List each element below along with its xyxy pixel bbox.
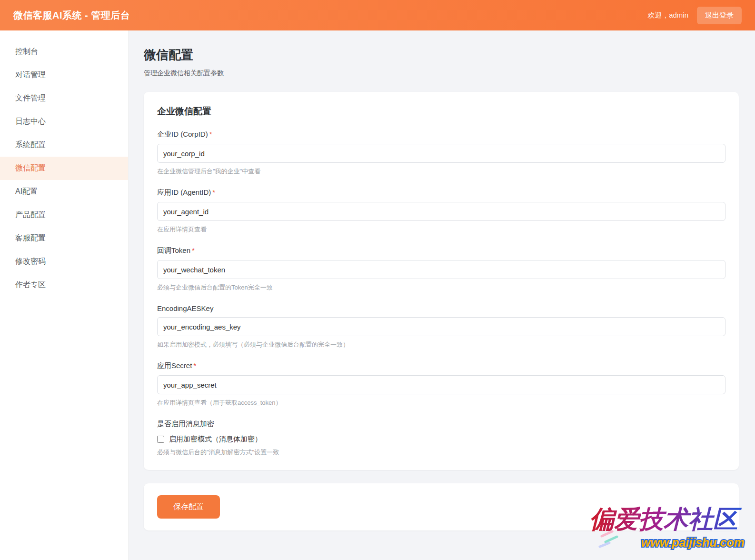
sidebar-item-dashboard[interactable]: 控制台: [0, 40, 128, 63]
save-config-button[interactable]: 保存配置: [157, 495, 220, 519]
encryption-hint: 必须与微信后台的"消息加解密方式"设置一致: [157, 448, 725, 457]
field-app-secret: 应用Secret* 在应用详情页查看（用于获取access_token）: [157, 361, 725, 407]
field-agent-id: 应用ID (AgentID)* 在应用详情页查看: [157, 188, 725, 234]
encryption-group: 是否启用消息加密 启用加密模式（消息体加密） 必须与微信后台的"消息加解密方式"…: [157, 420, 725, 457]
page-subtitle: 管理企业微信相关配置参数: [144, 69, 739, 78]
sidebar-item-files[interactable]: 文件管理: [0, 87, 128, 110]
corp-id-label-text: 企业ID (CorpID): [157, 130, 208, 138]
sidebar-item-product-config[interactable]: 产品配置: [0, 203, 128, 227]
callback-token-hint: 必须与企业微信后台配置的Token完全一致: [157, 283, 725, 292]
required-asterisk: *: [209, 130, 212, 138]
sidebar-item-system-config[interactable]: 系统配置: [0, 133, 128, 157]
required-asterisk: *: [192, 246, 195, 254]
sidebar-item-conversations[interactable]: 对话管理: [0, 63, 128, 87]
agent-id-label-text: 应用ID (AgentID): [157, 188, 211, 196]
encryption-checkbox-row: 启用加密模式（消息体加密）: [157, 435, 725, 444]
corp-id-label: 企业ID (CorpID)*: [157, 130, 725, 139]
app-secret-label-text: 应用Secret: [157, 361, 192, 370]
sidebar-item-service-config[interactable]: 客服配置: [0, 227, 128, 250]
encoding-aes-key-label: EncodingAESKey: [157, 304, 725, 312]
sidebar-item-wechat-config[interactable]: 微信配置: [0, 157, 128, 180]
encryption-group-label: 是否启用消息加密: [157, 420, 725, 429]
wechat-config-card: 企业微信配置 企业ID (CorpID)* 在企业微信管理后台"我的企业"中查看…: [144, 92, 739, 470]
encryption-checkbox[interactable]: [157, 436, 164, 443]
app-secret-label: 应用Secret*: [157, 361, 725, 370]
app-title: 微信客服AI系统 - 管理后台: [13, 9, 130, 22]
sidebar-item-author-zone[interactable]: 作者专区: [0, 273, 128, 297]
required-asterisk: *: [212, 188, 215, 196]
agent-id-hint: 在应用详情页查看: [157, 225, 725, 234]
agent-id-input[interactable]: [157, 202, 725, 221]
save-card: 保存配置: [144, 483, 739, 530]
sidebar-item-change-password[interactable]: 修改密码: [0, 250, 128, 273]
callback-token-input[interactable]: [157, 260, 725, 279]
main-content: 微信配置 管理企业微信相关配置参数 企业微信配置 企业ID (CorpID)* …: [129, 30, 755, 560]
field-encoding-aes-key: EncodingAESKey 如果启用加密模式，必须填写（必须与企业微信后台配置…: [157, 304, 725, 349]
sidebar: 控制台 对话管理 文件管理 日志中心 系统配置 微信配置 AI配置 产品配置 客…: [0, 30, 129, 560]
welcome-text: 欢迎，admin: [647, 11, 688, 20]
sidebar-item-ai-config[interactable]: AI配置: [0, 180, 128, 203]
corp-id-input[interactable]: [157, 144, 725, 163]
encoding-aes-key-input[interactable]: [157, 317, 725, 336]
page-title: 微信配置: [144, 47, 739, 63]
field-callback-token: 回调Token* 必须与企业微信后台配置的Token完全一致: [157, 246, 725, 292]
callback-token-label: 回调Token*: [157, 246, 725, 255]
card-title: 企业微信配置: [157, 105, 725, 118]
encryption-checkbox-label[interactable]: 启用加密模式（消息体加密）: [169, 435, 262, 444]
corp-id-hint: 在企业微信管理后台"我的企业"中查看: [157, 167, 725, 176]
header-bar: 微信客服AI系统 - 管理后台 欢迎，admin 退出登录: [0, 0, 755, 30]
app-secret-hint: 在应用详情页查看（用于获取access_token）: [157, 399, 725, 407]
app-secret-input[interactable]: [157, 375, 725, 394]
required-asterisk: *: [193, 361, 196, 370]
encoding-aes-key-hint: 如果启用加密模式，必须填写（必须与企业微信后台配置的完全一致）: [157, 340, 725, 349]
field-corp-id: 企业ID (CorpID)* 在企业微信管理后台"我的企业"中查看: [157, 130, 725, 176]
sidebar-item-logs[interactable]: 日志中心: [0, 110, 128, 133]
logout-button[interactable]: 退出登录: [697, 7, 742, 24]
encoding-aes-key-label-text: EncodingAESKey: [157, 304, 213, 312]
agent-id-label: 应用ID (AgentID)*: [157, 188, 725, 197]
header-right: 欢迎，admin 退出登录: [647, 7, 742, 24]
callback-token-label-text: 回调Token: [157, 246, 190, 254]
